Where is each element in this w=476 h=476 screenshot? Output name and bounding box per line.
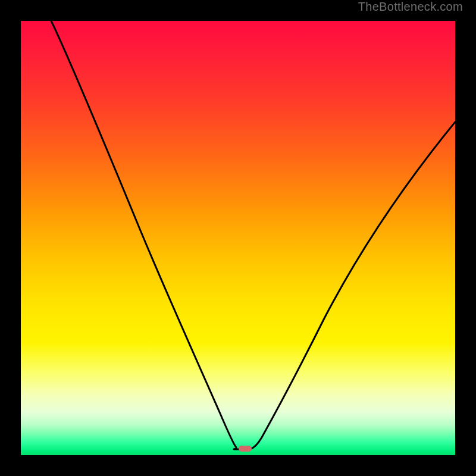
- plot-area: [21, 21, 455, 455]
- curve-layer: [21, 21, 455, 455]
- optimal-marker: [239, 446, 252, 452]
- chart-frame: [12, 12, 464, 464]
- bottleneck-curve-line: [51, 21, 455, 449]
